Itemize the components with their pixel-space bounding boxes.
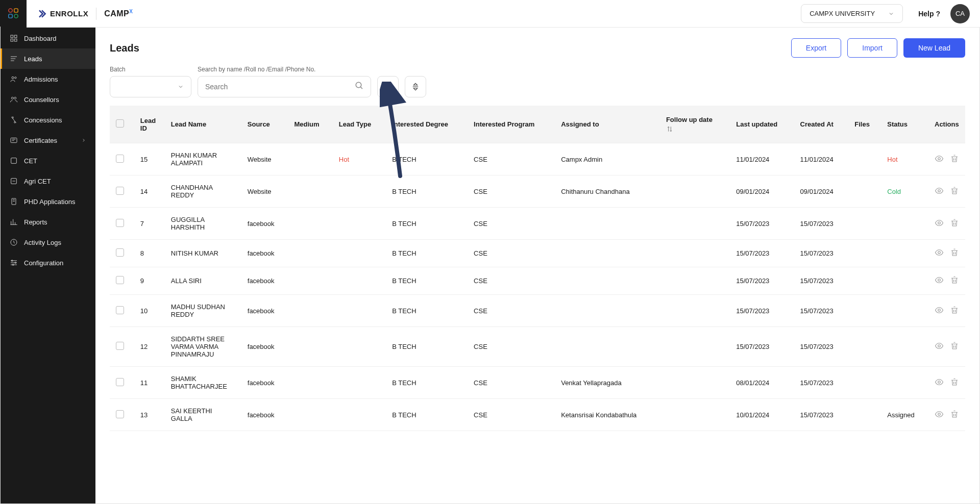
svg-rect-2 bbox=[9, 14, 12, 18]
col-lead-type[interactable]: Lead Type bbox=[333, 106, 386, 143]
certificates-icon bbox=[10, 136, 18, 144]
svg-rect-12 bbox=[11, 138, 17, 142]
svg-point-27 bbox=[938, 251, 941, 254]
sidebar-item-admissions[interactable]: Admissions bbox=[1, 69, 95, 89]
delete-icon[interactable] bbox=[950, 341, 959, 352]
row-checkbox[interactable] bbox=[116, 276, 124, 284]
sidebar-item-agri-cet[interactable]: Agri CET bbox=[1, 171, 95, 191]
view-icon[interactable] bbox=[935, 410, 944, 420]
cell-id: 15 bbox=[134, 143, 165, 175]
sidebar-item-label: Agri CET bbox=[24, 178, 51, 185]
col-created-at[interactable]: Created At bbox=[794, 106, 849, 143]
svg-point-0 bbox=[9, 9, 12, 12]
avatar[interactable]: CA bbox=[950, 4, 970, 23]
cell-updated: 15/07/2023 bbox=[730, 208, 794, 240]
cell-followup bbox=[660, 399, 730, 431]
row-checkbox[interactable] bbox=[116, 248, 124, 257]
select-all-checkbox[interactable] bbox=[116, 119, 124, 128]
view-icon[interactable] bbox=[935, 248, 944, 259]
view-icon[interactable] bbox=[935, 275, 944, 286]
svg-rect-7 bbox=[14, 39, 17, 41]
col-medium[interactable]: Medium bbox=[288, 106, 333, 143]
svg-point-3 bbox=[14, 14, 18, 18]
activity-icon bbox=[10, 238, 18, 246]
sidebar-item-leads[interactable]: Leads bbox=[1, 48, 95, 69]
col-lead-name[interactable]: Lead Name bbox=[165, 106, 241, 143]
view-icon[interactable] bbox=[935, 218, 944, 229]
cell-assigned: Ketansrisai Kondabathula bbox=[555, 399, 660, 431]
batch-select[interactable] bbox=[110, 76, 191, 97]
row-checkbox[interactable] bbox=[116, 410, 124, 418]
row-checkbox[interactable] bbox=[116, 306, 124, 314]
app-launcher-icon[interactable] bbox=[0, 0, 27, 27]
chevron-down-icon bbox=[178, 84, 184, 90]
cell-medium bbox=[288, 143, 333, 175]
view-icon[interactable] bbox=[935, 377, 944, 388]
cell-degree: B TECH bbox=[386, 367, 468, 399]
sidebar-item-phd-applications[interactable]: PHD Applications bbox=[1, 191, 95, 212]
cell-name: GUGGILLA HARSHITH bbox=[165, 208, 241, 240]
header: ENROLLX CAMPX CAMPX UNIVERSITY Help ? CA bbox=[27, 0, 980, 28]
sidebar-item-activity-logs[interactable]: Activity Logs bbox=[1, 232, 95, 253]
leads-icon bbox=[10, 55, 18, 63]
delete-icon[interactable] bbox=[950, 154, 959, 165]
cell-id: 10 bbox=[134, 295, 165, 327]
col-lead-id[interactable]: Lead ID bbox=[134, 106, 165, 143]
row-checkbox[interactable] bbox=[116, 378, 124, 386]
col-assigned-to[interactable]: Assigned to bbox=[555, 106, 660, 143]
filter-button[interactable] bbox=[377, 76, 399, 97]
logo-area: ENROLLX CAMPX bbox=[37, 8, 133, 20]
sidebar-item-certificates[interactable]: Certificates bbox=[1, 130, 95, 150]
university-select[interactable]: CAMPX UNIVERSITY bbox=[801, 4, 903, 23]
search-input[interactable] bbox=[198, 76, 371, 97]
sort-button[interactable] bbox=[405, 76, 426, 97]
main: Leads Export Import New Lead Batch Searc… bbox=[95, 1, 979, 503]
view-icon[interactable] bbox=[935, 154, 944, 165]
delete-icon[interactable] bbox=[950, 275, 959, 286]
svg-point-10 bbox=[11, 97, 13, 99]
sidebar-item-counsellors[interactable]: Counsellors bbox=[1, 89, 95, 110]
row-checkbox[interactable] bbox=[116, 342, 124, 350]
delete-icon[interactable] bbox=[950, 377, 959, 388]
col-files[interactable]: Files bbox=[848, 106, 881, 143]
col-interested-degree[interactable]: Interested Degree bbox=[386, 106, 468, 143]
view-icon[interactable] bbox=[935, 186, 944, 197]
sidebar-item-configuration[interactable]: Configuration bbox=[1, 253, 95, 273]
page-header: Leads Export Import New Lead bbox=[95, 28, 979, 66]
cell-updated: 09/01/2024 bbox=[730, 175, 794, 208]
delete-icon[interactable] bbox=[950, 248, 959, 259]
cell-files bbox=[848, 175, 881, 208]
view-icon[interactable] bbox=[935, 341, 944, 352]
col-source[interactable]: Source bbox=[241, 106, 288, 143]
sidebar-item-concessions[interactable]: Concessions bbox=[1, 110, 95, 130]
col-status[interactable]: Status bbox=[881, 106, 928, 143]
delete-icon[interactable] bbox=[950, 306, 959, 316]
col-interested-program[interactable]: Interested Program bbox=[468, 106, 555, 143]
col-last-updated[interactable]: Last updated bbox=[730, 106, 794, 143]
cell-updated: 15/07/2023 bbox=[730, 267, 794, 295]
help-link[interactable]: Help ? bbox=[918, 10, 940, 18]
row-checkbox[interactable] bbox=[116, 219, 124, 227]
col-actions[interactable]: Actions bbox=[928, 106, 965, 143]
sort-arrows-icon bbox=[666, 125, 673, 133]
table-row: 11SHAMIK BHATTACHARJEEfacebookB TECHCSEV… bbox=[110, 367, 965, 399]
sidebar-item-reports[interactable]: Reports bbox=[1, 212, 95, 232]
svg-point-24 bbox=[938, 157, 941, 160]
sidebar-item-cet[interactable]: CET bbox=[1, 150, 95, 171]
cell-medium bbox=[288, 399, 333, 431]
delete-icon[interactable] bbox=[950, 186, 959, 197]
row-checkbox[interactable] bbox=[116, 187, 124, 195]
row-checkbox[interactable] bbox=[116, 155, 124, 163]
delete-icon[interactable] bbox=[950, 218, 959, 229]
sidebar-item-dashboard[interactable]: Dashboard bbox=[1, 28, 95, 48]
cell-degree: B TECH bbox=[386, 143, 468, 175]
new-lead-button[interactable]: New Lead bbox=[903, 38, 965, 58]
view-icon[interactable] bbox=[935, 306, 944, 316]
search-label: Search by name /Roll no /Email /Phone No… bbox=[198, 66, 371, 73]
delete-icon[interactable] bbox=[950, 410, 959, 420]
col-follow-up-date[interactable]: Follow up date bbox=[660, 106, 730, 143]
import-button[interactable]: Import bbox=[847, 38, 897, 58]
cell-files bbox=[848, 143, 881, 175]
export-button[interactable]: Export bbox=[791, 38, 841, 58]
svg-rect-5 bbox=[14, 35, 17, 38]
